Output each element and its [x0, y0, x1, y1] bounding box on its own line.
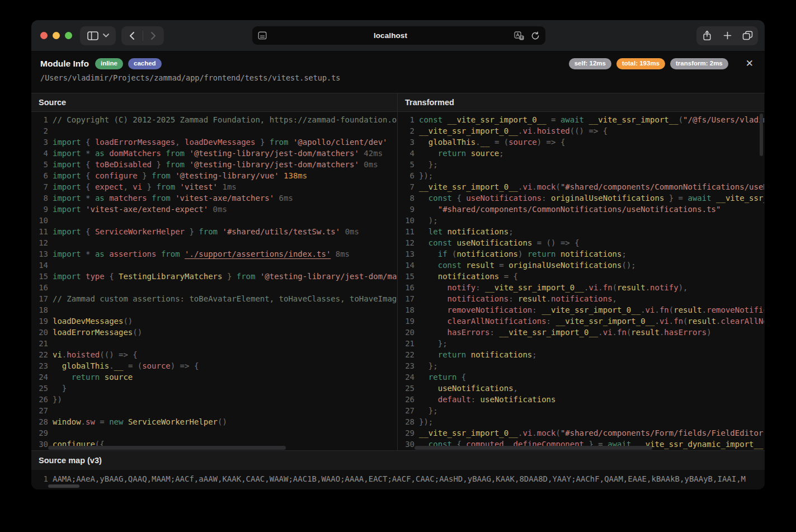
code-token: 0ms — [340, 227, 359, 236]
code-token: configure — [95, 171, 138, 180]
module-info-header: Module Info inlinecached self: 12mstotal… — [31, 51, 765, 93]
horizontal-scrollbar[interactable] — [48, 484, 79, 488]
code-token: from — [161, 149, 185, 158]
code-token: }); — [419, 171, 433, 180]
close-window-button[interactable] — [40, 32, 48, 39]
new-tab-button[interactable] — [717, 26, 737, 45]
code-token: as — [95, 149, 105, 158]
code-token — [419, 261, 438, 270]
code-line: 16 — [31, 282, 397, 293]
code-token: 1ms — [218, 182, 237, 191]
line-number: 25 — [398, 383, 415, 394]
code-token: '@apollo/client/dev' — [288, 138, 387, 147]
transformed-panel: Transformed 1const __vite_ssr_import_0__… — [398, 93, 764, 450]
line-number: 3 — [398, 136, 415, 148]
code-token: , — [613, 294, 617, 303]
line-number: 25 — [31, 383, 48, 394]
code-line: 29 — [31, 427, 397, 439]
horizontal-scrollbar[interactable] — [415, 446, 652, 450]
code-token: : — [541, 194, 551, 203]
line-number: 20 — [31, 327, 48, 338]
module-link[interactable]: './support/assertions/index.ts' — [185, 249, 331, 258]
code-token: ; — [621, 249, 626, 258]
code-token: . — [716, 317, 720, 326]
code-line: 20loadErrorMessages() — [31, 327, 397, 338]
code-token: return — [72, 373, 100, 382]
source-code: 1// Copyright (C) 2012-2025 Zammad Found… — [31, 112, 397, 450]
code-token — [53, 373, 72, 382]
horizontal-scrollbar[interactable] — [48, 446, 286, 450]
code-token: new — [109, 417, 123, 426]
zoom-window-button[interactable] — [65, 32, 72, 39]
toolbar-right-buttons — [696, 26, 758, 45]
code-token: removeNotification — [448, 305, 533, 314]
code-token: . — [669, 317, 673, 326]
code-token: await — [687, 194, 711, 203]
vertical-scrollbar[interactable] — [760, 114, 763, 156]
source-panel: Source 1// Copyright (C) 2012-2025 Zamma… — [31, 93, 398, 450]
line-number: 17 — [31, 293, 48, 304]
code-token: } — [152, 160, 166, 169]
line-number: 26 — [398, 394, 415, 405]
line-number: 7 — [31, 181, 48, 192]
timing-badge: total: 193ms — [616, 58, 665, 69]
code-token: ( — [613, 283, 617, 292]
code-token: 6ms — [274, 194, 293, 203]
code-token: __vite_ssr_import_0__ — [442, 115, 551, 124]
share-button[interactable] — [697, 26, 717, 45]
line-number: 5 — [398, 159, 415, 170]
code-token: 138ms — [279, 171, 308, 180]
code-token — [419, 238, 428, 247]
code-token: = — [499, 261, 508, 270]
transformed-panel-title: Transformed — [398, 93, 764, 112]
code-token: __vite_ssr_import_0__ — [485, 283, 584, 292]
code-line: 4import * as domMatchers from '@testing-… — [31, 148, 397, 159]
code-token: 42ms — [359, 149, 383, 158]
code-token — [419, 317, 448, 326]
code-line: 3import { loadErrorMessages, loadDevMess… — [31, 136, 397, 148]
code-token: result — [673, 305, 702, 314]
code-line: 4 return source; — [398, 148, 764, 159]
code-token: result — [617, 283, 646, 292]
code-token: * — [81, 194, 95, 203]
code-line: 16 notify: __vite_ssr_import_0__.vi.fn(r… — [398, 282, 764, 293]
code-token: . — [81, 417, 86, 426]
code-token: notifications — [466, 350, 532, 359]
code-line: 3 globalThis.__ = (source) => { — [398, 136, 764, 148]
reload-icon[interactable] — [531, 31, 540, 40]
code-line: 1const __vite_ssr_import_0__ = await __v… — [398, 114, 764, 125]
code-token: useNotifications — [466, 194, 541, 203]
line-number: 23 — [398, 360, 415, 371]
timing-badge: transform: 2ms — [670, 58, 728, 69]
code-line: 26}) — [31, 394, 397, 405]
close-icon[interactable]: ✕ — [743, 59, 756, 68]
code-token: import — [53, 149, 81, 158]
minimize-window-button[interactable] — [53, 32, 60, 39]
tab-overview-icon[interactable] — [737, 26, 757, 45]
code-token: __vite_ssr_dynamic_import__( — [712, 194, 764, 203]
url-bar[interactable]: localhost — [252, 26, 545, 45]
code-token: 'vitest' — [175, 182, 218, 191]
code-line: 7__vite_ssr_import_0__.vi.mock("#shared/… — [398, 181, 764, 192]
code-token: ( — [555, 429, 560, 437]
back-button[interactable] — [122, 26, 143, 45]
sidebar-toggle-button[interactable] — [80, 26, 116, 45]
page-format-icon[interactable] — [258, 31, 267, 40]
code-token: ) => { — [171, 361, 199, 370]
timing-badge: self: 12ms — [569, 58, 611, 69]
code-token: loadErrorMessages — [53, 328, 133, 337]
navigation-buttons — [121, 26, 164, 45]
code-token: : — [475, 283, 485, 292]
code-token: // Zammad custom assertions: toBeAvatarE… — [53, 294, 397, 303]
code-token: (); — [621, 261, 635, 270]
line-number: 19 — [31, 316, 48, 327]
code-token: . — [532, 429, 536, 437]
code-token: vi — [646, 305, 655, 314]
code-token: clearAllNotifications — [448, 317, 547, 326]
code-token: __vite_ssr_import_0__ — [419, 182, 518, 191]
forward-button[interactable] — [143, 26, 164, 45]
code-line: 12 const useNotifications = () => { — [398, 237, 764, 248]
line-number: 13 — [31, 248, 48, 260]
code-token: ( — [679, 115, 683, 124]
translate-icon[interactable] — [514, 31, 524, 40]
